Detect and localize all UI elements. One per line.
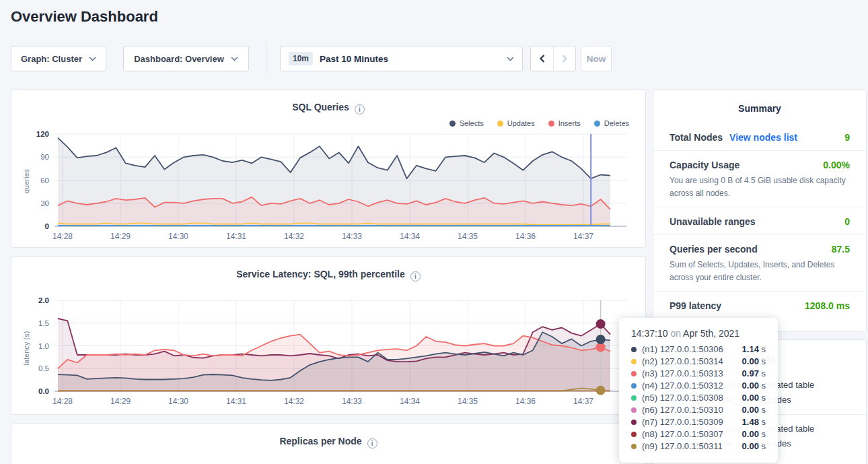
svg-text:0.5: 0.5 bbox=[38, 364, 49, 372]
svg-text:14:30: 14:30 bbox=[168, 232, 188, 241]
time-prev-button[interactable] bbox=[531, 46, 553, 71]
chart-title: Service Latency: SQL, 99th percentile bbox=[236, 269, 405, 279]
service-latency-panel: Service Latency: SQL, 99th percentilei l… bbox=[11, 256, 646, 415]
service-latency-chart[interactable]: 0.00.51.01.52.014:2814:2914:3014:3114:32… bbox=[11, 294, 647, 412]
svg-text:90: 90 bbox=[40, 153, 49, 161]
svg-text:120: 120 bbox=[36, 130, 49, 138]
tooltip-row-n7: (n7) 127.0.0.1:503091.48 s bbox=[631, 416, 766, 428]
svg-text:14:37: 14:37 bbox=[573, 397, 593, 406]
time-range-badge: 10m bbox=[289, 52, 313, 65]
chevron-down-icon bbox=[507, 57, 514, 61]
svg-text:30: 30 bbox=[40, 199, 49, 207]
summary-panel: Summary Total Nodes View nodes list 9 Ca… bbox=[653, 89, 867, 332]
chart-title: SQL Queries bbox=[292, 102, 349, 112]
svg-text:1.0: 1.0 bbox=[38, 342, 49, 350]
summary-row-capacity: Capacity Usage 0.00% You are using 0 B o… bbox=[653, 150, 866, 207]
svg-text:14:31: 14:31 bbox=[226, 232, 246, 241]
legend-dot bbox=[594, 121, 600, 127]
replicas-per-node-panel: Replicas per Nodei bbox=[11, 423, 646, 464]
time-range-dropdown[interactable]: 10m Past 10 Minutes bbox=[280, 46, 523, 71]
summary-row-unavailable-ranges: Unavailable ranges 0 bbox=[653, 207, 866, 234]
tooltip-row-n8: (n8) 127.0.0.1:503070.00 s bbox=[631, 428, 766, 440]
svg-text:14:34: 14:34 bbox=[400, 232, 420, 241]
chevron-down-icon bbox=[89, 57, 96, 61]
svg-text:0.0: 0.0 bbox=[38, 387, 49, 395]
summary-row-p99: P99 latency 1208.0 ms bbox=[653, 291, 866, 319]
svg-text:14:36: 14:36 bbox=[515, 232, 536, 241]
overview-dashboard-page: Overview Dashboard Graph: Cluster Dashbo… bbox=[0, 0, 868, 464]
view-nodes-list-link[interactable]: View nodes list bbox=[729, 132, 797, 143]
qps-value: 87.5 bbox=[832, 244, 850, 255]
svg-text:14:33: 14:33 bbox=[342, 232, 362, 241]
svg-text:14:32: 14:32 bbox=[284, 232, 304, 241]
node-dot bbox=[631, 444, 637, 449]
info-icon[interactable]: i bbox=[355, 104, 365, 114]
chart-legend: Selects Updates Inserts Deletes bbox=[449, 119, 629, 127]
sql-queries-chart[interactable]: 030609012014:2814:2914:3014:3114:3214:33… bbox=[11, 127, 647, 245]
legend-dot bbox=[497, 121, 503, 127]
tooltip-row-n2: (n2) 127.0.0.1:503140.00 s bbox=[631, 356, 766, 368]
legend-item-deletes[interactable]: Deletes bbox=[594, 119, 629, 127]
time-next-button[interactable] bbox=[553, 46, 575, 71]
svg-text:14:35: 14:35 bbox=[458, 397, 478, 406]
summary-row-total-nodes: Total Nodes View nodes list 9 bbox=[653, 123, 866, 150]
dashboard-selector-label: Dashboard: Overview bbox=[134, 54, 224, 64]
tooltip-timestamp: 14:37:10 on Apr 5th, 2021 bbox=[631, 328, 766, 339]
sql-queries-panel: SQL Queriesi Selects Updates Inserts Del… bbox=[11, 89, 646, 248]
chart-title: Replicas per Node bbox=[279, 436, 361, 446]
svg-text:14:28: 14:28 bbox=[52, 232, 73, 241]
info-icon[interactable]: i bbox=[410, 271, 421, 281]
tooltip-row-n6: (n6) 127.0.0.1:503100.00 s bbox=[631, 404, 766, 416]
tooltip-row-n9: (n9) 127.0.0.1:503110.00 s bbox=[631, 440, 766, 453]
time-range-label: Past 10 Minutes bbox=[320, 54, 388, 64]
svg-text:14:32: 14:32 bbox=[284, 397, 304, 406]
chart-hover-tooltip: 14:37:10 on Apr 5th, 2021 (n1) 127.0.0.1… bbox=[619, 318, 778, 463]
svg-text:60: 60 bbox=[40, 176, 49, 185]
time-step-buttons bbox=[530, 46, 576, 71]
svg-text:1.5: 1.5 bbox=[38, 319, 49, 327]
summary-title: Summary bbox=[653, 90, 866, 114]
p99-latency-value: 1208.0 ms bbox=[805, 300, 850, 311]
graph-selector-label: Graph: Cluster bbox=[21, 54, 82, 64]
node-dot bbox=[631, 407, 637, 413]
svg-text:14:29: 14:29 bbox=[110, 397, 131, 406]
legend-item-selects[interactable]: Selects bbox=[449, 119, 484, 127]
page-title: Overview Dashboard bbox=[11, 8, 158, 26]
svg-text:14:29: 14:29 bbox=[110, 232, 131, 241]
chevron-right-icon bbox=[561, 54, 568, 63]
node-dot bbox=[631, 432, 637, 437]
now-button[interactable]: Now bbox=[581, 46, 612, 71]
svg-text:14:34: 14:34 bbox=[400, 397, 420, 406]
tooltip-row-n4: (n4) 127.0.0.1:503120.00 s bbox=[631, 380, 766, 392]
svg-text:0: 0 bbox=[45, 222, 49, 230]
capacity-usage-value: 0.00% bbox=[823, 160, 850, 170]
dashboard-selector-dropdown[interactable]: Dashboard: Overview bbox=[123, 46, 249, 71]
total-nodes-value: 9 bbox=[844, 132, 850, 143]
tooltip-row-n1: (n1) 127.0.0.1:503061.14 s bbox=[631, 343, 766, 356]
node-dot bbox=[631, 347, 637, 352]
svg-text:14:28: 14:28 bbox=[52, 397, 73, 406]
chevron-left-icon bbox=[539, 54, 546, 63]
node-dot bbox=[631, 395, 637, 401]
node-dot bbox=[631, 371, 637, 376]
svg-text:2.0: 2.0 bbox=[38, 296, 49, 304]
tooltip-row-n3: (n3) 127.0.0.1:503130.97 s bbox=[631, 368, 766, 380]
node-dot bbox=[631, 383, 637, 389]
svg-text:14:37: 14:37 bbox=[573, 232, 593, 241]
summary-row-qps: Queries per second 87.5 Sum of Selects, … bbox=[653, 234, 866, 291]
node-dot bbox=[631, 359, 637, 364]
node-dot bbox=[631, 420, 637, 425]
svg-text:14:35: 14:35 bbox=[458, 232, 478, 241]
legend-item-inserts[interactable]: Inserts bbox=[548, 119, 581, 127]
tooltip-row-n5: (n5) 127.0.0.1:503080.00 s bbox=[631, 392, 766, 404]
legend-item-updates[interactable]: Updates bbox=[497, 119, 535, 127]
unavailable-ranges-value: 0 bbox=[844, 216, 850, 227]
controls-divider bbox=[266, 43, 266, 74]
svg-text:14:36: 14:36 bbox=[515, 397, 536, 406]
info-icon[interactable]: i bbox=[367, 438, 377, 449]
chevron-down-icon bbox=[231, 57, 238, 61]
legend-dot bbox=[449, 121, 456, 127]
graph-selector-dropdown[interactable]: Graph: Cluster bbox=[11, 46, 106, 71]
svg-text:14:33: 14:33 bbox=[342, 397, 362, 406]
svg-text:14:31: 14:31 bbox=[226, 397, 246, 406]
